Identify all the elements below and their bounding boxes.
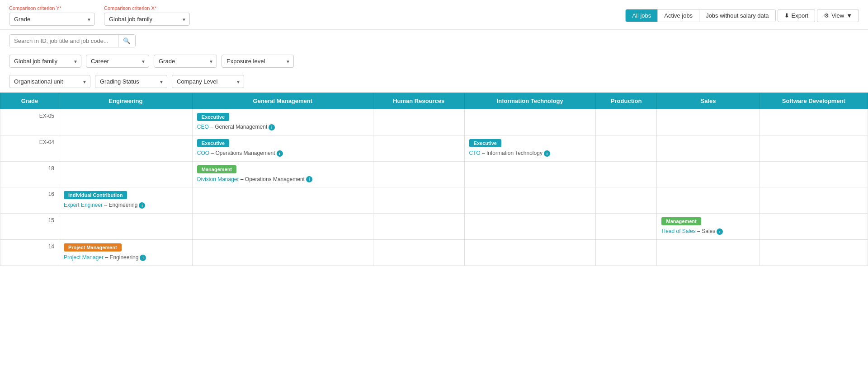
data-cell-human-resources — [373, 187, 464, 214]
grade-cell: EX-04 — [0, 135, 59, 161]
export-icon: ⬇ — [784, 12, 789, 19]
data-cell-production — [595, 214, 657, 240]
data-cell-information-technology: ExecutiveCTO – Information Technologyi — [464, 135, 595, 161]
col-header-human-resources: Human Resources — [373, 93, 464, 109]
filter-grading-status[interactable]: Grading Status — [95, 75, 167, 88]
filter-company-level-wrapper: Company Level ▼ — [172, 75, 244, 88]
badge-individual: Individual Contribution — [64, 191, 127, 199]
job-entry: COO – Operations Managementi — [197, 149, 368, 158]
info-icon[interactable]: i — [269, 124, 275, 130]
criteria-section: Comparison criterion Y* Grade ▼ Comparis… — [9, 5, 190, 26]
view-button[interactable]: ⚙ View ▼ — [817, 9, 859, 22]
col-header-software-development: Software Development — [760, 93, 868, 109]
job-title-link[interactable]: CEO — [197, 124, 209, 130]
search-button[interactable]: 🔍 — [118, 35, 135, 47]
col-header-information-technology: Information Technology — [464, 93, 595, 109]
data-cell-general-management — [192, 214, 373, 240]
job-title-link[interactable]: CTO — [469, 150, 481, 156]
data-cell-human-resources — [373, 135, 464, 161]
filter-exposure[interactable]: Exposure level — [222, 55, 294, 68]
grade-cell: 16 — [0, 187, 59, 214]
job-title-link[interactable]: Head of Sales — [661, 228, 695, 234]
actions-group: All jobs Active jobs Jobs without salary… — [625, 9, 859, 22]
col-header-engineering: Engineering — [59, 93, 193, 109]
filter-grade-wrapper: Grade ▼ — [154, 55, 217, 68]
filter-global-job-family[interactable]: Global job family — [9, 55, 81, 68]
col-header-general-management: General Management — [192, 93, 373, 109]
job-description: General Management — [215, 124, 267, 130]
job-title-link[interactable]: Project Manager — [64, 254, 104, 261]
filter-global-job-family-wrapper: Global job family ▼ — [9, 55, 81, 68]
data-cell-production — [595, 135, 657, 161]
view-chevron-icon: ▼ — [846, 12, 852, 19]
grade-cell: EX-05 — [0, 109, 59, 135]
data-cell-software-development — [760, 135, 868, 161]
filter-grade[interactable]: Grade — [154, 55, 217, 68]
data-cell-sales — [657, 187, 760, 214]
active-jobs-button[interactable]: Active jobs — [658, 9, 699, 22]
filter-exposure-wrapper: Exposure level ▼ — [222, 55, 294, 68]
info-icon[interactable]: i — [717, 228, 723, 235]
job-title-link[interactable]: Expert Engineer — [64, 202, 103, 208]
job-description: Operations Management — [245, 176, 305, 182]
all-jobs-button[interactable]: All jobs — [626, 9, 658, 22]
data-cell-information-technology — [464, 187, 595, 214]
data-cell-engineering — [59, 109, 193, 135]
job-entry: Head of Sales – Salesi — [661, 227, 755, 236]
data-cell-production — [595, 109, 657, 135]
criterion-y-label: Comparison criterion Y* — [9, 5, 95, 11]
data-cell-information-technology — [464, 214, 595, 240]
badge-project: Project Management — [64, 243, 122, 252]
grade-cell: 18 — [0, 161, 59, 187]
data-cell-human-resources — [373, 214, 464, 240]
job-description: Sales — [702, 228, 715, 234]
badge-management: Management — [661, 217, 701, 225]
info-icon[interactable]: i — [306, 176, 312, 182]
info-icon[interactable]: i — [277, 150, 283, 157]
search-input[interactable] — [9, 35, 118, 47]
data-cell-human-resources — [373, 109, 464, 135]
search-row: 🔍 — [0, 30, 868, 52]
export-button[interactable]: ⬇ Export — [778, 9, 816, 22]
data-cell-information-technology — [464, 161, 595, 187]
table-row: EX-04ExecutiveCOO – Operations Managemen… — [0, 135, 868, 161]
criterion-x-select-wrapper: Global job family ▼ — [104, 13, 190, 26]
data-cell-sales — [657, 240, 760, 266]
data-cell-software-development — [760, 240, 868, 266]
criterion-x-select[interactable]: Global job family — [104, 13, 190, 26]
data-cell-general-management — [192, 187, 373, 214]
criterion-y-group: Comparison criterion Y* Grade ▼ — [9, 5, 95, 26]
info-icon[interactable]: i — [140, 255, 146, 261]
data-cell-engineering: Individual ContributionExpert Engineer –… — [59, 187, 193, 214]
table-row: 15ManagementHead of Sales – Salesi — [0, 214, 868, 240]
filter-org-unit[interactable]: Organisational unit — [9, 75, 90, 88]
filter-career[interactable]: Career — [86, 55, 149, 68]
data-cell-sales — [657, 135, 760, 161]
search-wrapper: 🔍 — [9, 34, 136, 47]
col-header-production: Production — [595, 93, 657, 109]
job-title-link[interactable]: Division Manager — [197, 176, 239, 182]
data-cell-information-technology — [464, 240, 595, 266]
info-icon[interactable]: i — [544, 150, 550, 157]
table-row: EX-05ExecutiveCEO – General Managementi — [0, 109, 868, 135]
data-cell-general-management — [192, 240, 373, 266]
grade-cell: 15 — [0, 214, 59, 240]
filter-career-wrapper: Career ▼ — [86, 55, 149, 68]
job-title-link[interactable]: COO — [197, 150, 209, 156]
job-description: Engineering — [108, 202, 137, 208]
data-cell-sales — [657, 109, 760, 135]
job-description: Engineering — [109, 254, 138, 261]
badge-executive: Executive — [197, 113, 229, 121]
badge-management: Management — [197, 165, 236, 173]
info-icon[interactable]: i — [139, 202, 145, 209]
col-header-grade: Grade — [0, 93, 59, 109]
data-cell-production — [595, 161, 657, 187]
jobs-without-salary-button[interactable]: Jobs without salary data — [699, 9, 775, 22]
filter-company-level[interactable]: Company Level — [172, 75, 244, 88]
filter-bar-2: Organisational unit ▼ Grading Status ▼ C… — [0, 72, 868, 93]
job-entry: Division Manager – Operations Management… — [197, 175, 368, 184]
criterion-y-select[interactable]: Grade — [9, 13, 95, 26]
job-description: Operations Management — [215, 150, 275, 156]
job-entry: Project Manager – Engineeringi — [64, 253, 188, 262]
data-cell-sales: ManagementHead of Sales – Salesi — [657, 214, 760, 240]
